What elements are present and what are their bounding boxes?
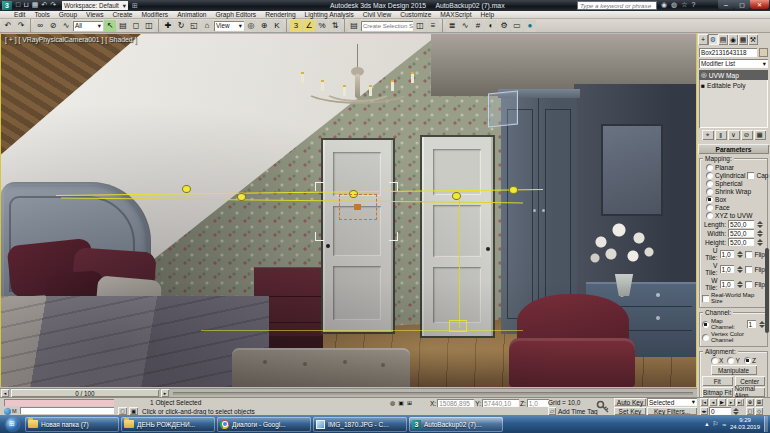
transform-lock-icon[interactable]: ▣ <box>398 399 404 406</box>
search-icon[interactable]: ◉ <box>661 1 667 9</box>
mapping-xyz-option[interactable]: XYZ to UVW <box>702 212 765 219</box>
curve-editor-button[interactable]: ∿ <box>459 20 471 32</box>
z-coord-field[interactable]: 1,0 <box>527 399 549 407</box>
absolute-mode-toggle[interactable]: ⊞ <box>407 399 412 406</box>
material-editor-button[interactable]: ◐ <box>485 20 497 32</box>
menu-rendering[interactable]: Rendering <box>265 11 295 18</box>
select-scale-button[interactable]: ◱ <box>188 20 200 32</box>
cap-checkbox[interactable] <box>747 172 754 179</box>
map-channel-field[interactable]: 1 <box>747 320 756 328</box>
menu-edit[interactable]: Edit <box>14 11 25 18</box>
menu-tools[interactable]: Tools <box>34 11 49 18</box>
v-tile-spinner[interactable] <box>737 266 743 273</box>
redo-button[interactable]: ↷ <box>15 20 27 32</box>
set-key-icon[interactable] <box>596 400 610 414</box>
save-file-icon[interactable]: ▦ <box>32 1 39 9</box>
go-to-end-button[interactable]: ▸| <box>736 398 744 406</box>
show-desktop-button[interactable] <box>764 416 768 432</box>
open-file-icon[interactable]: ⊔ <box>23 1 28 9</box>
start-button[interactable]: ⊞ <box>0 416 24 432</box>
real-world-map-size-option[interactable]: Real-World Map Size <box>702 292 765 304</box>
workspace-dropdown[interactable]: Workspace: Default ▾ <box>62 1 128 10</box>
rendered-frame-button[interactable]: ▭ <box>511 20 523 32</box>
zoom-all-icon[interactable]: ⊞ <box>755 398 763 406</box>
keyboard-override-button[interactable]: K <box>271 20 283 32</box>
height-field[interactable]: 520,0 <box>728 238 754 246</box>
close-button[interactable]: ✕ <box>750 0 769 9</box>
select-by-name-button[interactable]: ▤ <box>117 20 129 32</box>
current-frame-field[interactable]: 0 <box>709 407 731 415</box>
object-color-swatch[interactable] <box>759 48 768 57</box>
selection-region-button[interactable]: ◻ <box>130 20 142 32</box>
viewport-canvas[interactable]: [ + ] [ VRayPhysicalCamera001 ] [ Shaded… <box>0 33 697 388</box>
mapping-box-option[interactable]: Box <box>702 196 765 203</box>
select-link-icon[interactable]: ∞ <box>34 20 46 32</box>
menu-customize[interactable]: Customize <box>400 11 431 18</box>
w-flip-checkbox[interactable] <box>745 281 752 288</box>
help-icon[interactable]: ? <box>692 1 696 9</box>
maximize-button[interactable]: ▢ <box>734 0 750 9</box>
remove-modifier-button[interactable]: ⊘ <box>741 130 753 140</box>
visibility-bulb-icon[interactable]: ◎ <box>701 71 707 79</box>
configure-modifier-sets-button[interactable]: ▦ <box>754 130 766 140</box>
render-setup-button[interactable]: ⚙ <box>498 20 510 32</box>
tab-display[interactable]: ▦ <box>738 34 748 45</box>
named-selection-sets-button[interactable]: ▤ <box>348 20 360 32</box>
pin-stack-button[interactable]: ⌖ <box>702 130 714 140</box>
auto-key-button[interactable]: Auto Key <box>614 398 646 406</box>
normal-align-button[interactable]: Normal Align <box>735 387 766 397</box>
scene-lamp-icon[interactable]: ◍ <box>390 399 395 406</box>
key-mode-toggle[interactable]: ◂▸ <box>700 407 708 415</box>
u-tile-field[interactable]: 1,0 <box>720 250 735 258</box>
u-flip-checkbox[interactable] <box>745 251 752 258</box>
show-end-result-button[interactable]: ‖ <box>715 130 727 140</box>
align-z-option[interactable]: Z <box>744 357 756 364</box>
zoom-extents-icon[interactable]: ◻ <box>746 407 754 415</box>
v-flip-checkbox[interactable] <box>745 266 752 273</box>
undo-icon[interactable]: ↶ <box>41 1 47 9</box>
vertex-color-channel-option[interactable]: Vertex Color Channel <box>702 331 765 343</box>
viewport-label[interactable]: [ + ] [ VRayPhysicalCamera001 ] [ Shaded… <box>5 36 136 43</box>
mapping-planar-option[interactable]: Planar <box>702 164 765 171</box>
layer-manager-button[interactable]: ≣ <box>446 20 458 32</box>
align-x-option[interactable]: X <box>711 357 723 364</box>
time-slider-right-arrow[interactable]: ▸ <box>161 389 169 397</box>
taskbar-item-folder-1[interactable]: Новая папка (7) <box>25 417 119 432</box>
u-tile-spinner[interactable] <box>737 251 743 258</box>
unlink-selection-icon[interactable]: ⊘ <box>47 20 59 32</box>
menu-maxscript[interactable]: MAXScript <box>440 11 471 18</box>
favorites-star-icon[interactable]: ☆ <box>681 1 687 9</box>
align-button[interactable]: ≡ <box>427 20 439 32</box>
communication-center-icon[interactable]: ◍ <box>671 1 677 9</box>
search-input[interactable] <box>577 1 657 10</box>
select-rotate-button[interactable]: ↻ <box>175 20 187 32</box>
window-crossing-button[interactable]: ◫ <box>143 20 155 32</box>
manipulate-button[interactable]: Manipulate <box>711 365 757 375</box>
v-tile-field[interactable]: 1,0 <box>720 265 735 273</box>
tab-modify[interactable]: ⚙ <box>708 34 718 45</box>
minimize-button[interactable]: – <box>718 0 734 9</box>
bitmap-fit-button[interactable]: Bitmap Fit <box>702 387 733 397</box>
make-unique-button[interactable]: ∨ <box>728 130 740 140</box>
selection-filter-dropdown[interactable]: All▾ <box>73 21 103 31</box>
menu-animation[interactable]: Animation <box>177 11 206 18</box>
menu-views[interactable]: Views <box>86 11 103 18</box>
taskbar-item-chrome[interactable]: Диалоги - Googl... <box>217 417 311 432</box>
x-coord-field[interactable]: 15086,895 <box>437 399 474 407</box>
tray-action-center-icon[interactable]: ⚐ <box>713 420 719 428</box>
y-coord-field[interactable]: 57440,10 <box>482 399 519 407</box>
selected-dropdown[interactable]: Selected▾ <box>647 398 697 406</box>
frame-spinner[interactable] <box>733 408 739 415</box>
tray-network-icon[interactable]: ≈ <box>722 421 726 428</box>
modifier-stack-item-editable-poly[interactable]: ■ Editable Poly <box>699 80 768 90</box>
time-slider-left-arrow[interactable]: ◂ <box>1 389 9 397</box>
select-manipulate-button[interactable]: ⊕ <box>258 20 270 32</box>
next-frame-button[interactable]: ▸ <box>727 398 735 406</box>
panel-scrollbar[interactable] <box>765 248 769 333</box>
add-time-tag[interactable]: Add Time Tag <box>558 408 598 415</box>
modifier-list-dropdown[interactable]: Modifier List▾ <box>699 59 768 68</box>
time-slider-track[interactable] <box>173 392 693 395</box>
tab-hierarchy[interactable]: ▤ <box>718 34 728 45</box>
gizmo-handle-dot[interactable] <box>452 192 461 200</box>
menu-civil-view[interactable]: Civil View <box>363 11 391 18</box>
